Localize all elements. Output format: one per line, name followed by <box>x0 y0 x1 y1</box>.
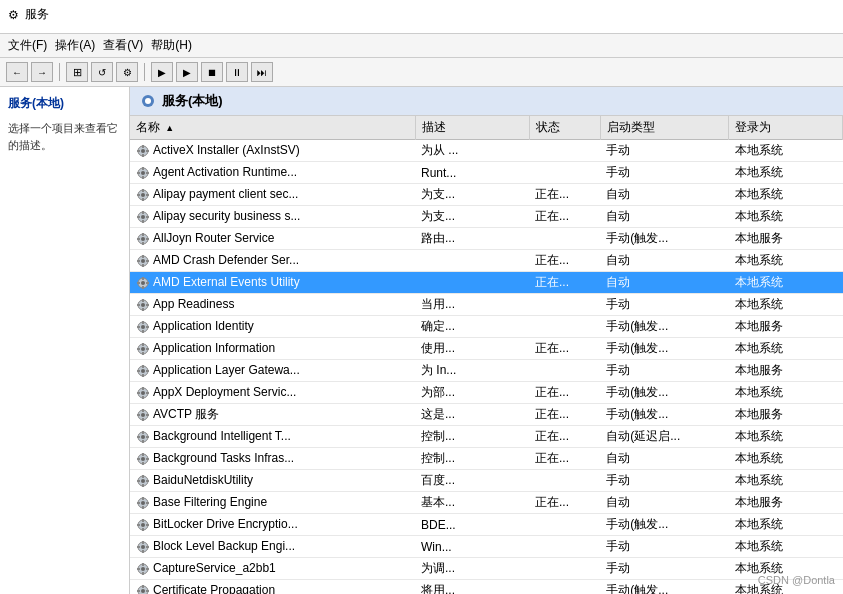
menu-view[interactable]: 查看(V) <box>99 36 147 55</box>
table-row[interactable]: Background Tasks Infras...控制...正在...自动本地… <box>130 448 843 470</box>
svg-rect-126 <box>137 590 140 592</box>
toolbar-separator-2 <box>144 63 145 81</box>
service-name: AMD Crash Defender Ser... <box>153 253 299 267</box>
table-row[interactable]: BaiduNetdiskUtility百度...手动本地系统 <box>130 470 843 492</box>
th-startup[interactable]: 启动类型 <box>600 116 728 140</box>
service-status: 正在... <box>529 404 600 426</box>
th-status[interactable]: 状态 <box>529 116 600 140</box>
table-row[interactable]: Agent Activation Runtime...Runt...手动本地系统 <box>130 162 843 184</box>
refresh-button[interactable]: ↺ <box>91 62 113 82</box>
service-desc: 使用... <box>415 338 529 360</box>
table-row[interactable]: Alipay payment client sec...为支...正在...自动… <box>130 184 843 206</box>
svg-point-75 <box>141 413 145 417</box>
table-row[interactable]: AppX Deployment Servic...为部...正在...手动(触发… <box>130 382 843 404</box>
service-desc: 控制... <box>415 426 529 448</box>
table-row[interactable]: ActiveX Installer (AxInstSV)为从 ...手动本地系统 <box>130 140 843 162</box>
play2-button[interactable]: ▶ <box>176 62 198 82</box>
show-hide-tree-button[interactable]: ⊞ <box>66 62 88 82</box>
table-row[interactable]: Application Identity确定...手动(触发...本地服务 <box>130 316 843 338</box>
service-icon <box>136 364 150 378</box>
svg-rect-18 <box>137 194 140 196</box>
back-button[interactable]: ← <box>6 62 28 82</box>
service-icon <box>136 254 150 268</box>
svg-rect-61 <box>146 348 149 350</box>
svg-point-69 <box>141 391 145 395</box>
table-row[interactable]: App Readiness当用...手动本地系统 <box>130 294 843 316</box>
service-startup: 手动 <box>600 294 728 316</box>
service-startup: 手动(触发... <box>600 382 728 404</box>
sort-arrow: ▲ <box>165 123 174 133</box>
svg-point-87 <box>141 457 145 461</box>
svg-rect-124 <box>142 585 144 588</box>
svg-rect-64 <box>142 365 144 368</box>
svg-rect-10 <box>142 167 144 170</box>
menu-help[interactable]: 帮助(H) <box>147 36 196 55</box>
svg-rect-37 <box>146 260 149 262</box>
service-desc: BDE... <box>415 514 529 536</box>
svg-rect-115 <box>146 546 149 548</box>
th-name[interactable]: 名称 ▲ <box>130 116 415 140</box>
service-status <box>529 316 600 338</box>
service-startup: 手动(触发... <box>600 580 728 595</box>
svg-rect-71 <box>142 396 144 399</box>
menu-file[interactable]: 文件(F) <box>4 36 51 55</box>
svg-rect-49 <box>146 304 149 306</box>
table-row[interactable]: BitLocker Drive Encryptio...BDE...手动(触发.… <box>130 514 843 536</box>
service-name: Certificate Propagation <box>153 583 275 594</box>
svg-point-33 <box>141 259 145 263</box>
service-status <box>529 162 600 184</box>
table-row[interactable]: Application Information使用...正在...手动(触发..… <box>130 338 843 360</box>
table-row[interactable]: AllJoyn Router Service路由...手动(触发...本地服务 <box>130 228 843 250</box>
table-row[interactable]: Base Filtering Engine基本...正在...自动本地服务 <box>130 492 843 514</box>
table-row[interactable]: Background Intelligent T...控制...正在...自动(… <box>130 426 843 448</box>
service-desc: 为支... <box>415 206 529 228</box>
service-icon <box>136 562 150 576</box>
svg-rect-83 <box>142 440 144 443</box>
service-startup: 手动 <box>600 360 728 382</box>
service-icon <box>136 430 150 444</box>
svg-rect-67 <box>146 370 149 372</box>
stop-button[interactable]: ⏹ <box>201 62 223 82</box>
svg-rect-112 <box>142 541 144 544</box>
service-icon <box>136 232 150 246</box>
table-row[interactable]: Application Layer Gatewa...为 In...手动本地服务 <box>130 360 843 382</box>
th-login[interactable]: 登录为 <box>729 116 843 140</box>
svg-rect-53 <box>142 330 144 333</box>
play-button[interactable]: ▶ <box>151 62 173 82</box>
svg-rect-40 <box>142 277 144 280</box>
table-row[interactable]: CaptureService_a2bb1为调...手动本地系统 <box>130 558 843 580</box>
services-table-container[interactable]: 名称 ▲ 描述 状态 启动类型 登录为 ActiveX Installer (A… <box>130 116 843 594</box>
th-desc[interactable]: 描述 <box>415 116 529 140</box>
svg-rect-82 <box>142 431 144 434</box>
svg-rect-88 <box>142 453 144 456</box>
service-name: Agent Activation Runtime... <box>153 165 297 179</box>
svg-rect-46 <box>142 299 144 302</box>
menu-action[interactable]: 操作(A) <box>51 36 99 55</box>
svg-rect-30 <box>137 238 140 240</box>
service-login: 本地系统 <box>729 294 843 316</box>
table-row[interactable]: AMD External Events Utility正在...自动本地系统 <box>130 272 843 294</box>
export-button[interactable]: ⚙ <box>116 62 138 82</box>
svg-rect-77 <box>142 418 144 421</box>
service-icon <box>136 452 150 466</box>
table-row[interactable]: AVCTP 服务这是...正在...手动(触发...本地服务 <box>130 404 843 426</box>
svg-rect-19 <box>146 194 149 196</box>
svg-rect-107 <box>142 528 144 531</box>
table-row[interactable]: Alipay security business s...为支...正在...自… <box>130 206 843 228</box>
service-login: 本地系统 <box>729 514 843 536</box>
table-row[interactable]: AMD Crash Defender Ser...正在...自动本地系统 <box>130 250 843 272</box>
table-row[interactable]: Block Level Backup Engi...Win...手动本地系统 <box>130 536 843 558</box>
pause-button[interactable]: ⏸ <box>226 62 248 82</box>
service-status: 正在... <box>529 426 600 448</box>
svg-rect-72 <box>137 392 140 394</box>
service-login: 本地系统 <box>729 426 843 448</box>
svg-rect-108 <box>137 524 140 526</box>
left-panel-title: 服务(本地) <box>8 95 121 112</box>
svg-rect-60 <box>137 348 140 350</box>
table-row[interactable]: Certificate Propagation将用...手动(触发...本地系统 <box>130 580 843 595</box>
svg-rect-29 <box>142 242 144 245</box>
svg-point-15 <box>141 193 145 197</box>
forward-button[interactable]: → <box>31 62 53 82</box>
restart-button[interactable]: ⏭ <box>251 62 273 82</box>
svg-point-111 <box>141 545 145 549</box>
